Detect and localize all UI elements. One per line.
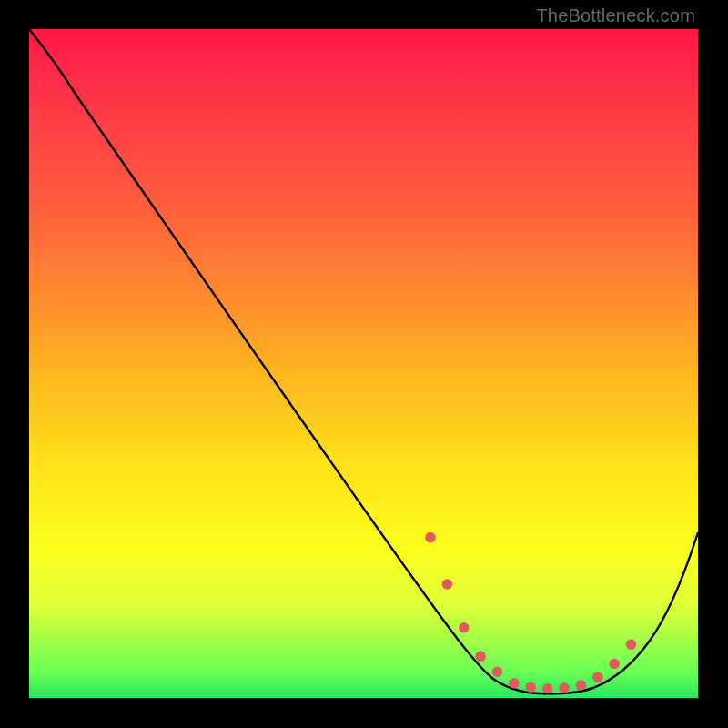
marker-dot	[592, 672, 603, 682]
chart-curve	[29, 29, 698, 693]
chart-stage: TheBottleneck.com	[0, 0, 728, 728]
marker-dot	[542, 683, 553, 694]
marker-dot	[609, 659, 620, 670]
marker-dot	[626, 639, 637, 650]
chart-svg	[29, 29, 698, 698]
marker-dot	[475, 652, 486, 662]
marker-dot	[459, 622, 470, 633]
marker-dot	[425, 532, 436, 543]
marker-dot	[526, 682, 537, 693]
watermark-text: TheBottleneck.com	[536, 5, 695, 26]
marker-dot	[442, 579, 453, 590]
marker-dot	[576, 680, 587, 691]
marker-dot	[492, 667, 503, 678]
marker-dot	[509, 678, 520, 689]
marker-dots	[425, 532, 636, 694]
marker-dot	[559, 682, 570, 693]
